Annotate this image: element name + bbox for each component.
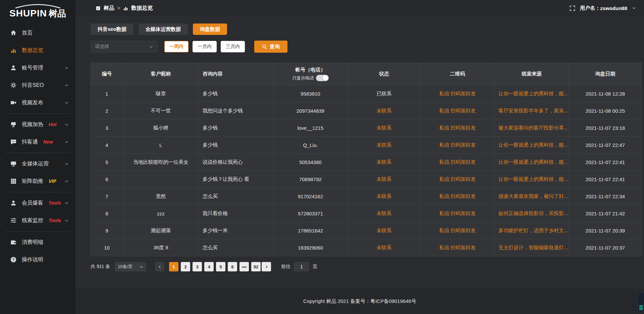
sidebar-item-10[interactable]: 会员爆客Tools (0, 194, 75, 212)
sidebar-item-11[interactable]: 线索监控Tools (0, 212, 75, 229)
cell-qr-link[interactable]: 私信 扫码加好友 (421, 222, 495, 239)
main-column: 树品 > 数据总览 用户名： zswodun88 抖音seo数据全媒体运营数据询… (75, 0, 644, 314)
floating-helper-widget[interactable] (638, 293, 644, 312)
cell-nickname: 不可一世 (123, 102, 199, 119)
cell-qr-link[interactable]: 私信 扫码加好友 (421, 239, 495, 256)
sidebar-badge: Tools (49, 218, 61, 223)
sidebar-item-5[interactable]: 视频发布 (0, 94, 75, 111)
cell-qr-link[interactable]: 私信 扫码加好友 (421, 171, 495, 188)
sidebar-item-3[interactable]: 账号管理 (0, 59, 75, 76)
cell-date: 2021-11-07 22:41 (569, 171, 642, 188)
topbar-right: 用户名： zswodun88 (570, 5, 636, 11)
cell-content: 我想问这个多少钱 (199, 102, 273, 119)
col-header-id: 编号 (91, 63, 123, 85)
sidebar-item-label: 矩阵助推 (22, 178, 43, 185)
page-button-92[interactable]: 92 (251, 262, 261, 271)
cell-source-link[interactable]: 如何正确选择投影仪，买投影... (495, 205, 569, 222)
cell-qr-link[interactable]: 私信 扫码加好友 (421, 154, 495, 171)
page-ellipsis-button[interactable]: ••• (239, 262, 249, 271)
page-button-5[interactable]: 5 (216, 262, 225, 271)
col-header-account-label: 帐号（电话） (296, 67, 326, 73)
chevron-down-icon (64, 179, 69, 184)
cell-content: 多少钱一米 (199, 222, 273, 239)
cell-qr-link[interactable]: 私信 扫码加好友 (421, 205, 495, 222)
breadcrumb: 树品 > 数据总览 (96, 5, 153, 12)
cell-nickname (123, 171, 199, 188)
user-menu-chevron-icon[interactable] (632, 6, 636, 10)
cell-content: 多少钱 (199, 119, 273, 137)
cell-source-link[interactable]: 让你一眼就爱上的黑科技，能... (495, 171, 569, 188)
cell-status: 未联系 (348, 222, 421, 239)
cell-content: 我只看价格 (199, 205, 273, 222)
sidebar-item-label: 视频加热 (22, 121, 43, 128)
cell-date: 2021-11-07 21:42 (569, 205, 642, 222)
cell-source-link[interactable]: 感谢大家喜欢我家，被问了好... (495, 188, 569, 205)
cell-date: 2021-11-08 00:25 (569, 102, 642, 119)
page-button-2[interactable]: 2 (181, 262, 190, 271)
cell-qr-link[interactable]: 私信 扫码加好友 (421, 188, 495, 205)
phone-only-toggle[interactable] (316, 75, 329, 81)
toggle-knob (323, 75, 328, 81)
sidebar-badge: New (43, 139, 53, 145)
chevron-down-icon (64, 162, 69, 166)
cell-account: 9583810 (273, 85, 348, 102)
sidebar-item-4[interactable]: 抖音SEO (0, 76, 75, 94)
sidebar-item-8[interactable]: 全媒体运营 (0, 155, 75, 172)
date-range-button-2[interactable]: 一月内 (193, 41, 217, 52)
table-row: 3狐小狸多少钱love__1215未联系私信 扫码加好友被大家追着问的客厅投影分… (91, 119, 642, 137)
goto-page-input[interactable] (294, 262, 309, 271)
cell-qr-link[interactable]: 私信 扫码加好友 (421, 85, 495, 102)
tab-1[interactable]: 抖音seo数据 (91, 23, 133, 35)
question-icon: ? (10, 256, 17, 263)
sidebar-item-6[interactable]: 视频加热Hot (0, 116, 75, 133)
app-logo[interactable]: SHUPIN 树品 (0, 0, 75, 21)
page-button-6[interactable]: 6 (228, 262, 237, 271)
table-header-row: 编号 客户昵称 咨询内容 帐号（电话） 只显示电话 (91, 63, 642, 85)
sidebar-item-7[interactable]: 抖客通New (0, 133, 75, 151)
cell-source-link[interactable]: 无主灯设计，智能磁吸轨道灯... (495, 239, 569, 256)
date-range-button-3[interactable]: 三月内 (221, 41, 245, 52)
cell-source-link[interactable]: 多功能护栏灯，适用于乡村文... (495, 222, 569, 239)
sidebar-item-1[interactable]: 首页 (0, 24, 75, 42)
copyright-text: Copyright 树品 2021 备案号：粤ICP备09019646号 (303, 298, 416, 305)
cell-qr-link[interactable]: 私信 扫码加好友 (421, 137, 495, 154)
sidebar-item-2[interactable]: 数据总览 (0, 42, 75, 59)
username[interactable]: zswodun88 (600, 5, 627, 11)
fullscreen-icon[interactable] (570, 5, 575, 11)
next-page-button[interactable] (262, 262, 271, 271)
breadcrumb-current: 数据总览 (131, 5, 153, 12)
cell-date: 2021-11-07 22:41 (569, 154, 642, 171)
cell-source-link[interactable]: 客厅安装投影半年多了，真实... (495, 102, 569, 119)
search-button[interactable]: 查询 (254, 41, 287, 53)
per-page-select[interactable]: 10条/页 (115, 262, 146, 271)
cell-source-link[interactable]: 让你一眼就爱上的黑科技，能... (495, 137, 569, 154)
tab-3[interactable]: 询盘数据 (193, 23, 227, 35)
cell-source-link[interactable]: 让你一眼就爱上的黑科技，能... (495, 154, 569, 171)
filter-select[interactable]: 请选择 (91, 41, 158, 52)
cell-id: 8 (91, 205, 123, 222)
cell-content: 怎么买 (199, 188, 273, 205)
col-header-nickname: 客户昵称 (123, 63, 199, 85)
date-range-button-1[interactable]: 一周内 (164, 41, 189, 52)
cell-source-link[interactable]: 被大家追着问的客厅投影分享... (495, 119, 569, 137)
breadcrumb-root[interactable]: 树品 (104, 5, 114, 12)
chevron-down-icon (64, 101, 69, 105)
page-button-4[interactable]: 4 (204, 262, 214, 271)
cell-status: 未联系 (348, 188, 421, 205)
cell-source-link[interactable]: 让你一眼就爱上的黑科技，能... (495, 85, 569, 102)
sidebar-item-12[interactable]: 消费明细 (0, 233, 75, 251)
heat-icon (10, 121, 17, 128)
cell-qr-link[interactable]: 私信 扫码加好友 (421, 119, 495, 137)
cell-qr-link[interactable]: 私信 扫码加好友 (421, 102, 495, 119)
prev-page-button[interactable] (155, 262, 164, 271)
page-button-3[interactable]: 3 (193, 262, 202, 271)
sidebar-item-9[interactable]: 矩阵助推VIP (0, 172, 75, 190)
tab-2[interactable]: 全媒体运营数据 (139, 23, 188, 35)
filter-select-placeholder: 请选择 (95, 44, 109, 50)
page-button-1[interactable]: 1 (169, 262, 178, 271)
cell-nickname: 觉然 (123, 188, 199, 205)
cell-id: 1 (91, 85, 123, 102)
sidebar-item-13[interactable]: ?操作说明 (0, 251, 75, 268)
sidebar-item-label: 账号管理 (22, 64, 43, 71)
chart-icon (10, 47, 17, 54)
